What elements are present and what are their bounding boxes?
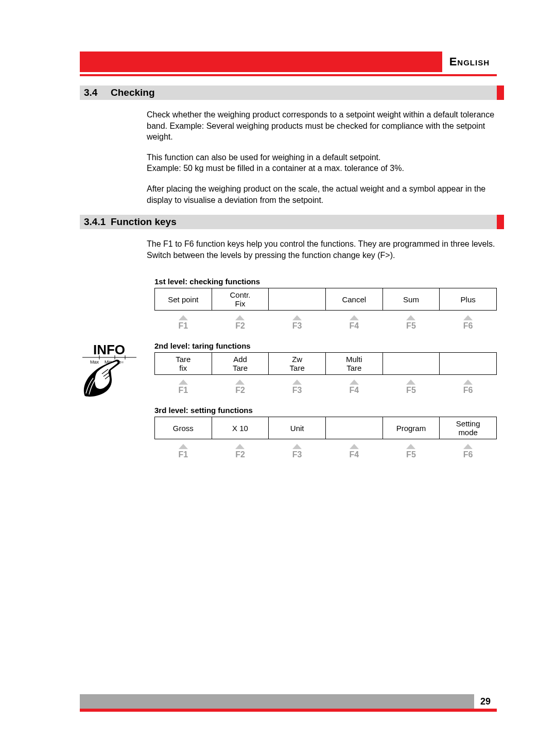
- fkeys-intro: The F1 to F6 function keys help you cont…: [147, 238, 497, 261]
- header-bar: English: [80, 51, 497, 72]
- triangle-icon: [406, 444, 415, 449]
- level2-table: Tarefix AddTare ZwTare MultiTare F1 F2 F…: [154, 352, 497, 399]
- triangle-icon: [179, 380, 188, 385]
- paragraph-1: Check whether the weighing product corre…: [147, 109, 497, 143]
- triangle-icon: [292, 315, 302, 320]
- subsection-red-tab: [497, 215, 504, 229]
- l3-c2: X 10: [212, 417, 269, 439]
- l3-c6: Settingmode: [440, 417, 497, 439]
- l2-c6: [440, 353, 497, 375]
- section-title: Checking: [111, 87, 155, 98]
- triangle-icon: [463, 315, 473, 320]
- l2-c3: ZwTare: [269, 353, 326, 375]
- subsection-number: 3.4.1: [84, 216, 111, 228]
- level3-table: Gross X 10 Unit Program Settingmode F1 F…: [154, 417, 497, 463]
- section-red-tab: [497, 85, 504, 100]
- triangle-icon: [350, 380, 359, 385]
- l2-c1: Tarefix: [155, 353, 212, 375]
- info-pointing-hand-icon: INFO Max Min e=: [80, 342, 139, 399]
- l3-c5: Program: [383, 417, 440, 439]
- svg-text:Max: Max: [90, 359, 99, 365]
- triangle-icon: [406, 315, 415, 320]
- triangle-icon: [235, 444, 245, 449]
- triangle-icon: [292, 444, 302, 449]
- triangle-icon: [235, 315, 245, 320]
- l1-c1: Set point: [155, 288, 212, 311]
- paragraph-3: After placing the weighing product on th…: [147, 183, 497, 205]
- triangle-icon: [179, 444, 188, 449]
- l1-c5: Sum: [383, 288, 440, 311]
- triangle-icon: [350, 444, 359, 449]
- svg-text:INFO: INFO: [93, 342, 125, 357]
- triangle-icon: [463, 380, 473, 385]
- subsection-heading: 3.4.1 Function keys: [80, 215, 497, 229]
- subsection-title: Function keys: [111, 216, 177, 228]
- footer: 29: [80, 694, 497, 712]
- l2-c5: [383, 353, 440, 375]
- section-heading: 3.4 Checking: [80, 85, 497, 100]
- l3-c1: Gross: [155, 417, 212, 439]
- l2-c2: AddTare: [212, 353, 269, 375]
- level2-title: 2nd level: taring functions: [154, 341, 497, 350]
- page-number: 29: [474, 694, 497, 709]
- triangle-icon: [406, 380, 415, 385]
- info-icon-column: INFO Max Min e=: [80, 270, 144, 401]
- l1-c2: Contr.Fix: [212, 288, 269, 311]
- l2-c4: MultiTare: [325, 353, 383, 375]
- triangle-icon: [292, 380, 302, 385]
- l1-c6: Plus: [440, 288, 497, 311]
- level1-table: Set point Contr.Fix Cancel Sum Plus F1 F…: [154, 288, 497, 334]
- triangle-icon: [463, 444, 473, 449]
- level1-title: 1st level: checking functions: [154, 277, 497, 286]
- section-number: 3.4: [84, 87, 111, 98]
- triangle-icon: [350, 315, 359, 320]
- footer-red-bar: [80, 709, 497, 712]
- l1-c3: [269, 288, 326, 311]
- l1-c4: Cancel: [325, 288, 383, 311]
- l3-c4: [325, 417, 383, 439]
- divider-red: [80, 74, 497, 76]
- triangle-icon: [179, 315, 188, 320]
- triangle-icon: [235, 380, 245, 385]
- language-label: English: [442, 51, 497, 72]
- level3-title: 3rd level: setting functions: [154, 406, 497, 415]
- paragraph-2: This function can also be used for weigh…: [147, 152, 497, 174]
- l3-c3: Unit: [269, 417, 326, 439]
